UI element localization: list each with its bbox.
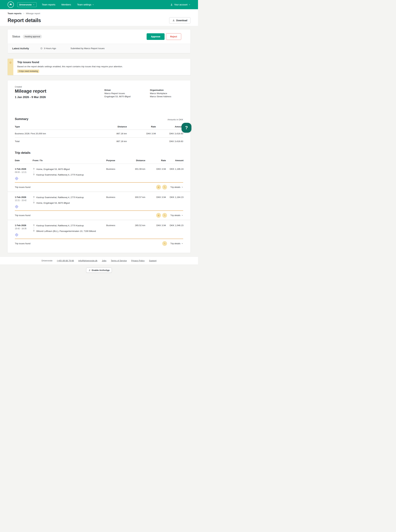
- person-icon: [170, 3, 173, 6]
- organisation-block: Organisation Marco Workplace Marco Stree…: [150, 86, 183, 99]
- trip-time: 09:00 - 12:21: [15, 171, 33, 173]
- breadcrumb-current: Mileage report: [26, 12, 40, 15]
- driver-block: Driver Marco Report Issues Engdraget 53,…: [105, 86, 150, 99]
- map-pin-icon: [33, 173, 35, 176]
- chevron-down-icon: [181, 186, 183, 188]
- nav-item-team-reports[interactable]: Team reports: [42, 3, 55, 6]
- footer-terms-link[interactable]: Terms of Service: [111, 260, 127, 262]
- trip-issues-label: Trip issues found: [15, 214, 30, 217]
- alert-accent-strip: [8, 59, 13, 75]
- help-button[interactable]: ?: [181, 123, 192, 133]
- trip-type-icon: [15, 233, 33, 237]
- footer-support-link[interactable]: Support: [149, 260, 157, 262]
- trip-details-toggle[interactable]: Trip details: [170, 214, 183, 217]
- download-button[interactable]: Download: [169, 17, 190, 24]
- account-menu[interactable]: Your account: [170, 3, 190, 6]
- alert-title: Trip issues found: [17, 61, 123, 64]
- home-issue-icon[interactable]: [156, 185, 161, 189]
- map-pin-icon: [33, 168, 35, 171]
- top-navigation: Driversnote Team reports Members Team se…: [0, 0, 198, 9]
- trip-issues-label: Trip issues found: [15, 186, 30, 188]
- home-issue-icon[interactable]: [156, 213, 161, 218]
- activity-time: 3 Hours Ago: [44, 47, 56, 50]
- latest-activity-label: Latest Activity: [12, 47, 40, 50]
- footer-brand: Driversnote: [41, 260, 52, 262]
- report-card: Created Mileage report 1 Jan 2026 - 9 Ma…: [7, 80, 191, 253]
- trip-row: 1 Feb 2026 15:42 - 18:35: [8, 220, 190, 248]
- driver-name: Marco Report Issues: [105, 92, 150, 95]
- report-title: Mileage report: [15, 89, 105, 94]
- trip-amount: DKK 1,184.23: [166, 196, 184, 198]
- approve-button[interactable]: Approve: [147, 33, 165, 40]
- summary-amount: DKK 3,416.63: [156, 132, 183, 135]
- trip-amount: DKK 1,046.15: [166, 224, 184, 227]
- chevron-down-icon: [181, 214, 183, 216]
- brand-dropdown[interactable]: Driversnote: [17, 2, 37, 7]
- route-issue-icon[interactable]: [162, 213, 167, 218]
- total-label: Total: [15, 140, 80, 142]
- trip-row: 1 Feb 2026 09:00 - 12:21: [8, 164, 190, 191]
- brand-dropdown-label: Driversnote: [19, 3, 32, 6]
- trip-distance: 300.57 km: [126, 196, 145, 198]
- alert-badge: 3 trips need reviewing: [17, 70, 39, 73]
- footer-privacy-link[interactable]: Privacy Policy: [131, 260, 145, 262]
- map-pin-icon: [33, 196, 35, 199]
- amounts-note: Amounts in DKK: [168, 118, 183, 121]
- trip-to: Home, Engdraget 53, 6870 Ølgod: [36, 201, 70, 204]
- trip-details-toggle[interactable]: Trip details: [170, 242, 183, 245]
- report-period: 1 Jan 2026 - 9 Mar 2026: [15, 96, 105, 99]
- trip-from: Kastrup Svømmehal, Røllikevej 4, 2770 Ka…: [36, 224, 84, 227]
- enable-actasapp-button[interactable]: Enable ActAsApp: [86, 268, 112, 273]
- driversnote-logo[interactable]: [8, 1, 14, 8]
- trip-type-icon: [15, 177, 33, 180]
- latest-activity-row: Latest Activity 3 Hours Ago Submitted by…: [8, 44, 190, 53]
- trip-distance: 265.52 km: [126, 224, 145, 227]
- route-connector: [34, 227, 106, 229]
- route-issue-icon[interactable]: [162, 185, 167, 189]
- summary-type: Business 2026: First 20,000 km: [15, 132, 80, 135]
- status-card: Status Awaiting approval Approve Reject …: [7, 29, 191, 53]
- map-pin-icon: [33, 224, 35, 227]
- trip-details-toggle[interactable]: Trip details: [170, 186, 183, 188]
- trip-rate: DKK 3.94: [145, 196, 166, 198]
- created-label: Created: [15, 86, 105, 88]
- nav-item-members[interactable]: Members: [61, 3, 71, 6]
- trip-to: Billund Lufthavn (BLL), Passagerterminal…: [36, 230, 96, 232]
- account-menu-label: Your account: [174, 3, 187, 6]
- summary-heading: Summary: [15, 117, 28, 121]
- activity-text: Submitted by Marco Report Issues: [70, 47, 105, 50]
- trip-date: 1 Feb 2026: [15, 224, 33, 227]
- trip-purpose: Business: [106, 168, 126, 170]
- car-icon: [9, 3, 12, 6]
- breadcrumb-team-reports[interactable]: Team reports: [8, 12, 22, 15]
- trip-details-section: Trip details Date From / To Purpose Dist…: [15, 151, 183, 248]
- breadcrumb: Team reports Mileage report: [8, 12, 190, 15]
- chevron-down-icon: [181, 242, 183, 244]
- organisation-name: Marco Workplace: [150, 92, 183, 95]
- driver-label: Driver: [105, 89, 150, 92]
- trips-table-header: Date From / To Purpose Distance Rate Amo…: [15, 158, 183, 164]
- summary-table-header: Type Distance Rate Amount: [15, 124, 183, 130]
- page-title: Report details: [8, 18, 41, 24]
- trip-purpose: Business: [106, 224, 126, 227]
- chevron-right-icon: [23, 12, 25, 14]
- footer-email-link[interactable]: info@driversnote.dk: [78, 260, 97, 262]
- footer: Driversnote (+45) 89 88 79 66 info@drive…: [0, 257, 198, 265]
- footer-phone-link[interactable]: (+45) 89 88 79 66: [57, 260, 74, 262]
- footer-jobs-link[interactable]: Jobs: [102, 260, 106, 262]
- trip-type-icon: [15, 205, 33, 208]
- summary-row: Business 2026: First 20,000 km 867.16 km…: [15, 130, 183, 138]
- chevron-down-icon: [92, 4, 94, 6]
- nav-item-team-settings[interactable]: Team settings: [77, 3, 94, 6]
- refresh-icon: [88, 269, 91, 272]
- route-issue-icon[interactable]: [162, 241, 167, 246]
- trip-rate: DKK 3.94: [145, 168, 166, 170]
- download-icon: [172, 19, 175, 22]
- summary-distance: 867.16 km: [80, 132, 127, 135]
- trip-details-heading: Trip details: [15, 151, 183, 155]
- map-pin-icon: [33, 201, 35, 204]
- reject-button[interactable]: Reject: [166, 33, 181, 40]
- trip-time: 15:42 - 18:35: [15, 227, 33, 230]
- summary-total-row: Total 867.16 km DKK 3,416.63: [15, 138, 183, 142]
- trip-amount: DKK 1,186.24: [166, 168, 184, 170]
